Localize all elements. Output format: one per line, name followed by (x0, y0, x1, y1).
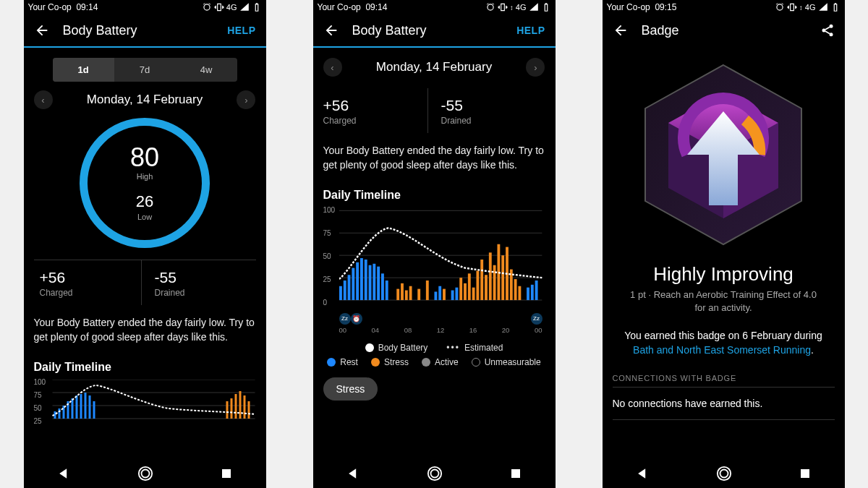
recent-nav-icon[interactable] (799, 467, 812, 480)
svg-rect-12 (88, 395, 90, 419)
low-value: 26 (136, 192, 153, 211)
svg-rect-39 (385, 281, 388, 300)
home-nav-icon[interactable] (427, 466, 443, 481)
svg-rect-31 (352, 267, 354, 299)
back-icon[interactable] (613, 22, 629, 38)
svg-rect-41 (438, 286, 441, 299)
alarm-icon (775, 2, 785, 12)
svg-rect-61 (488, 252, 491, 300)
active-dot (422, 358, 430, 367)
prev-day-button[interactable]: ‹ (323, 58, 342, 77)
y-tick: 100 (34, 378, 46, 386)
timeline-chart: 100 75 50 25 0 (323, 209, 545, 310)
legend-rest: Rest (340, 357, 358, 367)
help-button[interactable]: HELP (516, 25, 545, 36)
svg-rect-62 (493, 265, 495, 299)
svg-rect-10 (80, 394, 82, 419)
low-label: Low (137, 213, 152, 221)
y-tick: 100 (323, 206, 336, 214)
connections-header: CONNECTIONS WITH BADGE (613, 374, 835, 388)
svg-rect-44 (527, 287, 529, 299)
svg-point-74 (829, 33, 833, 36)
vibrate-icon (498, 2, 508, 12)
stress-chip[interactable]: Stress (323, 377, 378, 401)
svg-rect-16 (234, 394, 237, 419)
svg-point-20 (141, 470, 149, 478)
phone-screen-1: Your Co-op 09:14 4G Body Battery HELP 1d… (24, 0, 266, 488)
x-tick: 20 (502, 326, 510, 334)
svg-rect-46 (535, 281, 537, 300)
phone-screen-3: Your Co-op 09:15 ↕ 4G Badge (603, 0, 845, 488)
tab-1d[interactable]: 1d (53, 58, 114, 82)
back-nav-icon[interactable] (56, 466, 71, 481)
svg-rect-58 (476, 270, 479, 300)
signal-icon (818, 2, 828, 12)
chart-svg (50, 380, 266, 430)
timeline-chart-partial: 100 75 50 25 (34, 380, 256, 421)
svg-rect-60 (485, 275, 488, 300)
svg-rect-49 (404, 290, 407, 300)
back-nav-icon[interactable] (635, 466, 650, 481)
svg-point-70 (428, 467, 441, 480)
activity-link[interactable]: Bath and North East Somerset Running (633, 344, 811, 356)
home-nav-icon[interactable] (716, 466, 732, 481)
body-battery-dot (365, 343, 374, 352)
high-label: High (137, 172, 153, 181)
svg-rect-18 (243, 395, 245, 419)
y-tick: 25 (34, 417, 42, 425)
svg-rect-17 (239, 391, 241, 419)
android-nav (24, 459, 266, 488)
status-bar: Your Co-op 09:15 ↕ 4G (603, 0, 845, 14)
clock: 09:14 (76, 2, 98, 12)
drained-value: -55 (441, 97, 545, 114)
svg-point-73 (822, 29, 825, 33)
svg-rect-64 (501, 255, 504, 300)
content-area: Highly Improving 1 pt · Reach an Aerobic… (603, 46, 845, 420)
drained-value: -55 (155, 269, 256, 286)
svg-rect-36 (373, 263, 375, 299)
high-value: 80 (130, 145, 159, 171)
svg-rect-48 (401, 283, 404, 299)
badge-name: Highly Improving (613, 263, 835, 286)
battery-icon (830, 2, 841, 12)
x-tick: 16 (469, 326, 477, 334)
svg-rect-37 (377, 266, 380, 299)
recent-nav-icon[interactable] (509, 467, 522, 480)
charged-label: Charged (40, 288, 141, 298)
estimated-dots-icon: ••• (446, 343, 460, 353)
svg-rect-51 (417, 288, 420, 299)
page-title: Body Battery (352, 23, 504, 38)
recent-nav-icon[interactable] (220, 467, 233, 480)
help-button[interactable]: HELP (227, 25, 255, 36)
stress-dot (371, 358, 380, 367)
carrier: Your Co-op (607, 2, 650, 12)
tab-4w[interactable]: 4w (176, 58, 237, 82)
share-icon[interactable] (820, 23, 835, 38)
next-day-button[interactable]: › (526, 58, 545, 77)
date-nav: ‹ Monday, 14 February › (34, 90, 256, 109)
x-tick: 12 (437, 326, 445, 334)
drained-label: Drained (155, 288, 256, 298)
android-nav (603, 459, 845, 488)
tab-7d[interactable]: 7d (114, 58, 176, 82)
legend-body-battery: Body Battery (378, 343, 428, 353)
next-day-button[interactable]: › (237, 90, 255, 109)
svg-rect-13 (93, 401, 95, 419)
status-icons: ↕ 4G (485, 2, 551, 12)
range-tabs[interactable]: 1d 7d 4w (53, 58, 237, 82)
prev-day-button[interactable]: ‹ (34, 90, 53, 109)
svg-point-21 (139, 467, 152, 480)
back-icon[interactable] (323, 22, 339, 38)
charged-value: +56 (40, 269, 141, 286)
home-nav-icon[interactable] (137, 466, 153, 481)
carrier: Your Co-op (28, 2, 72, 12)
status-bar: Your Co-op 09:14 ↕ 4G (313, 0, 556, 14)
data-arrows-icon: ↕ (799, 4, 803, 12)
back-nav-icon[interactable] (346, 466, 360, 481)
svg-rect-82 (801, 469, 809, 478)
sleep-markers-row: Zz ⏰ Zz (339, 313, 542, 325)
date-label: Monday, 14 February (87, 93, 203, 107)
earned-text: You earned this badge on 6 February duri… (613, 329, 835, 357)
svg-rect-38 (381, 273, 384, 300)
back-icon[interactable] (34, 22, 50, 38)
